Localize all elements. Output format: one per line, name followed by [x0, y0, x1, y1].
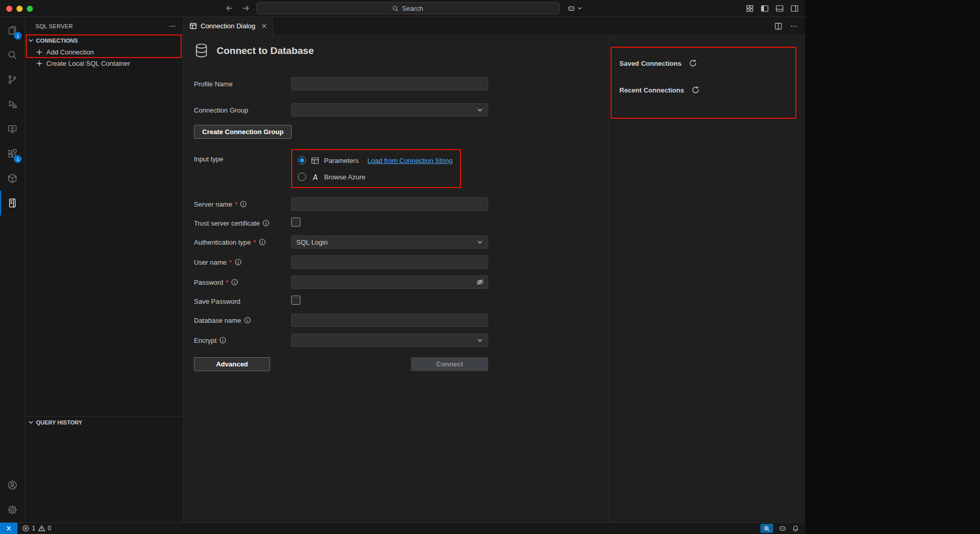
encrypt-select[interactable]: [291, 334, 488, 347]
password-label: Password*: [194, 279, 291, 286]
toggle-primary-sidebar-icon[interactable]: [760, 4, 769, 13]
load-connection-string-link[interactable]: Load from Connection String: [367, 157, 452, 164]
trust-server-certificate-label: Trust server certificate: [194, 219, 291, 227]
tab-connection-dialog[interactable]: Connection Dialog: [183, 17, 273, 35]
connection-group-label: Connection Group: [194, 106, 291, 114]
query-history-section-label: QUERY HISTORY: [36, 419, 82, 426]
database-icon: [194, 43, 209, 59]
activity-bar: 1 1: [0, 17, 25, 522]
search-input[interactable]: Search: [256, 2, 560, 14]
info-icon[interactable]: [262, 219, 270, 227]
activity-run-debug[interactable]: [0, 92, 25, 117]
parameters-radio-label[interactable]: Parameters: [324, 157, 359, 164]
connect-button[interactable]: Connect: [411, 357, 488, 371]
toggle-panel-icon[interactable]: [775, 4, 784, 13]
azure-icon: [311, 173, 319, 181]
authentication-type-select[interactable]: SQL Login: [291, 235, 488, 249]
query-history-section-header[interactable]: QUERY HISTORY: [25, 416, 183, 428]
package-icon: [7, 173, 18, 184]
copilot-menu-button[interactable]: [567, 4, 582, 13]
forward-icon[interactable]: [240, 2, 252, 14]
user-name-input[interactable]: [291, 255, 488, 269]
connections-section-header[interactable]: CONNECTIONS: [25, 35, 183, 46]
recent-connections-title: Recent Connections: [619, 86, 684, 94]
form-heading: Connect to Database: [194, 43, 609, 59]
close-tab-icon[interactable]: [261, 23, 268, 29]
back-icon[interactable]: [223, 2, 236, 14]
copilot-status-icon[interactable]: [778, 524, 787, 532]
chevron-down-icon: [477, 239, 483, 245]
command-center: Search: [223, 2, 582, 14]
sidebar-spacer: [25, 69, 183, 416]
connection-form: Connect to Database Profile Name Connect…: [183, 35, 609, 522]
activity-search[interactable]: [0, 43, 25, 67]
advanced-button[interactable]: Advanced: [194, 357, 270, 371]
info-icon[interactable]: [244, 317, 251, 324]
activity-containers[interactable]: [0, 166, 25, 191]
titlebar: Search: [0, 0, 805, 17]
saved-connections-section: Saved Connections: [619, 59, 795, 67]
customize-layout-icon[interactable]: [745, 4, 754, 13]
remote-indicator[interactable]: [0, 523, 17, 534]
error-count: 1: [32, 525, 35, 532]
trust-server-certificate-checkbox[interactable]: [291, 217, 300, 227]
activity-bar-bottom: [0, 473, 25, 522]
notifications-bell-icon[interactable]: [792, 525, 799, 532]
refresh-icon[interactable]: [689, 59, 697, 67]
parameters-radio[interactable]: [298, 156, 306, 164]
problems-status[interactable]: 1 0: [22, 525, 51, 532]
browse-azure-radio[interactable]: [298, 173, 306, 181]
refresh-icon[interactable]: [691, 86, 700, 94]
profile-name-input[interactable]: [291, 77, 488, 90]
plus-icon: [35, 60, 43, 67]
tree-item-label: Add Connection: [46, 48, 94, 56]
explorer-badge: 1: [14, 32, 22, 40]
browse-azure-radio-label[interactable]: Browse Azure: [324, 173, 365, 181]
minimize-window-button[interactable]: [16, 6, 23, 12]
maximize-window-button[interactable]: [27, 6, 33, 12]
password-input[interactable]: [291, 275, 488, 289]
source-control-icon: [7, 74, 18, 85]
info-icon[interactable]: [219, 337, 226, 344]
create-connection-group-button[interactable]: Create Connection Group: [194, 125, 292, 139]
sql-server-icon: [7, 197, 18, 209]
zoom-status-button[interactable]: [760, 524, 773, 533]
chevron-down-icon: [27, 418, 35, 427]
split-editor-icon[interactable]: [774, 22, 782, 30]
gear-icon: [7, 504, 18, 515]
connection-group-select[interactable]: [291, 103, 488, 117]
chevron-down-icon: [577, 6, 582, 11]
database-name-input[interactable]: [291, 314, 488, 327]
database-name-label: Database name: [194, 317, 291, 324]
server-name-input[interactable]: [291, 197, 488, 211]
editor-actions: [774, 17, 798, 35]
input-type-group: Parameters Load from Connection String B…: [291, 149, 461, 188]
activity-settings[interactable]: [0, 498, 25, 522]
more-actions-icon[interactable]: [168, 22, 176, 30]
info-icon[interactable]: [231, 279, 238, 286]
tab-title: Connection Dialog: [201, 22, 255, 30]
close-window-button[interactable]: [6, 6, 12, 12]
activity-extensions[interactable]: 1: [0, 141, 25, 166]
chevron-down-icon: [477, 337, 483, 343]
activity-sql-server[interactable]: [0, 191, 25, 215]
connections-section-label: CONNECTIONS: [36, 38, 78, 44]
search-icon: [7, 49, 18, 61]
activity-source-control[interactable]: [0, 67, 25, 92]
info-icon[interactable]: [235, 259, 242, 266]
activity-accounts[interactable]: [0, 473, 25, 498]
connections-browser-panel: Saved Connections Recent Connections: [609, 35, 805, 522]
more-actions-icon[interactable]: [790, 22, 798, 30]
save-password-checkbox[interactable]: [291, 296, 300, 305]
info-icon[interactable]: [259, 238, 266, 246]
search-icon: [392, 5, 399, 12]
toggle-secondary-sidebar-icon[interactable]: [790, 4, 799, 13]
extensions-badge: 1: [14, 155, 22, 163]
query-history-content: [25, 428, 183, 522]
activity-remote-explorer[interactable]: [0, 117, 25, 141]
activity-explorer[interactable]: 1: [0, 18, 25, 43]
sidebar-item-add-connection[interactable]: Add Connection: [25, 46, 183, 58]
toggle-password-visibility-icon[interactable]: [476, 278, 484, 286]
info-icon[interactable]: [240, 200, 247, 208]
sidebar-item-create-local-sql-container[interactable]: Create Local SQL Container: [25, 58, 183, 69]
